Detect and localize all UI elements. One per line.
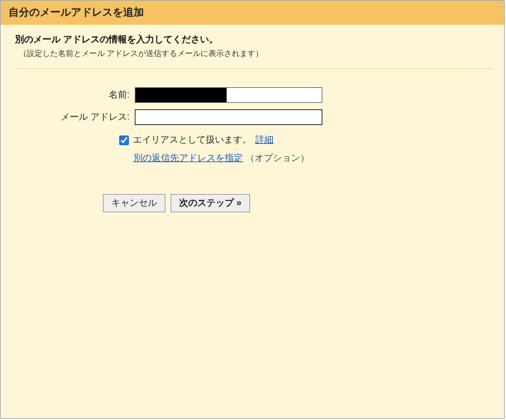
reply-row: 別の返信先アドレスを指定 （オプション）: [134, 152, 492, 164]
dialog-title: 自分のメールアドレスを追加: [1, 1, 504, 25]
reply-address-link[interactable]: 別の返信先アドレスを指定: [134, 152, 243, 163]
button-row: キャンセル 次のステップ »: [103, 194, 492, 212]
name-label: 名前:: [35, 86, 132, 104]
alias-checkbox[interactable]: [119, 135, 129, 145]
form-table: 名前: メール アドレス:: [35, 82, 325, 130]
next-step-button[interactable]: 次のステップ »: [171, 194, 250, 212]
alias-label: エイリアスとして扱います。: [133, 134, 251, 146]
cancel-button[interactable]: キャンセル: [103, 194, 165, 212]
email-field[interactable]: [135, 109, 322, 125]
name-row: 名前:: [35, 86, 325, 104]
name-field[interactable]: [135, 87, 322, 103]
email-row: メール アドレス:: [35, 108, 325, 126]
divider: [15, 68, 492, 69]
reply-optional: （オプション）: [246, 152, 309, 163]
email-label: メール アドレス:: [35, 108, 132, 126]
alias-details-link[interactable]: 詳細: [255, 134, 274, 146]
content-heading: 別のメール アドレスの情報を入力してください。: [15, 34, 492, 46]
alias-row: エイリアスとして扱います。 詳細: [119, 134, 492, 146]
dialog-frame: 自分のメールアドレスを追加 別のメール アドレスの情報を入力してください。 （設…: [0, 0, 505, 419]
content-subheading: （設定した名前とメール アドレスが送信するメールに表示されます）: [19, 48, 492, 59]
dialog-content: 別のメール アドレスの情報を入力してください。 （設定した名前とメール アドレス…: [1, 25, 504, 224]
